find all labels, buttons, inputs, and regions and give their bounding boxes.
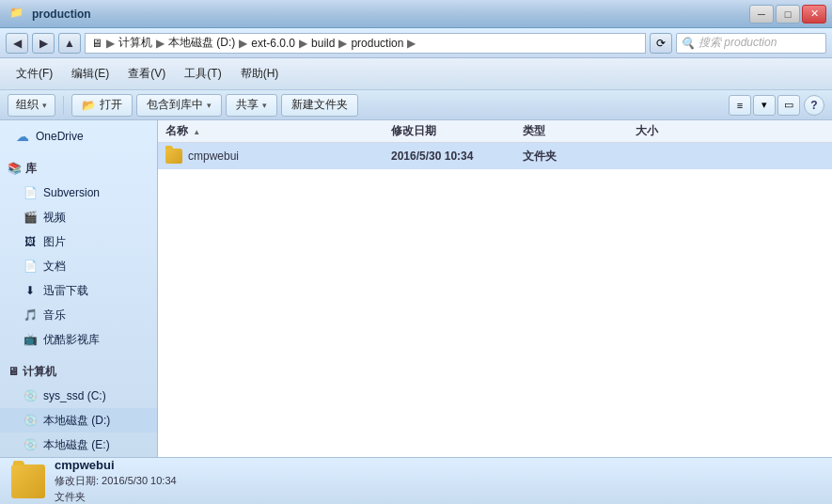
path-part-1[interactable]: 计算机 bbox=[118, 35, 152, 51]
sidebar-item-pictures-label: 图片 bbox=[43, 234, 66, 250]
thunder-icon: ⬇ bbox=[23, 283, 38, 298]
sidebar-item-video[interactable]: 🎬 视频 bbox=[0, 205, 157, 229]
organize-button[interactable]: 组织 ▾ bbox=[8, 94, 55, 117]
open-label: 打开 bbox=[100, 97, 122, 113]
col-header-size[interactable]: 大小 bbox=[636, 123, 711, 139]
video-icon: 🎬 bbox=[23, 210, 38, 225]
menu-bar: 文件(F) 编辑(E) 查看(V) 工具(T) 帮助(H) bbox=[0, 58, 832, 90]
menu-view[interactable]: 查看(V) bbox=[119, 62, 174, 87]
toolbar-separator-1 bbox=[63, 96, 64, 115]
sidebar-item-drive-d[interactable]: 💿 本地磁盘 (D:) bbox=[0, 408, 157, 433]
table-row[interactable]: cmpwebui 2016/5/30 10:34 文件夹 bbox=[158, 143, 832, 169]
file-date: 2016/5/30 10:34 bbox=[391, 150, 473, 163]
sidebar-item-drive-d-label: 本地磁盘 (D:) bbox=[43, 413, 110, 429]
path-part-2[interactable]: 本地磁盘 (D:) bbox=[168, 35, 235, 51]
music-icon: 🎵 bbox=[23, 307, 38, 323]
col-header-name[interactable]: 名称 ▲ bbox=[165, 123, 391, 139]
sidebar-item-onedrive-label: OneDrive bbox=[36, 130, 84, 143]
status-thumbnail bbox=[11, 465, 45, 498]
sidebar-item-youku-label: 优酷影视库 bbox=[43, 332, 100, 348]
view-arrow-icon: ▾ bbox=[761, 99, 767, 111]
status-item-details: 修改日期: 2016/5/30 10:34 bbox=[55, 474, 177, 488]
close-button[interactable]: ✕ bbox=[802, 5, 826, 24]
drive-e-icon: 💿 bbox=[23, 437, 38, 452]
sidebar-item-thunder[interactable]: ⬇ 迅雷下载 bbox=[0, 278, 157, 303]
sidebar-item-music-label: 音乐 bbox=[43, 307, 66, 323]
open-button[interactable]: 📂 打开 bbox=[71, 94, 133, 117]
folder-icon bbox=[165, 149, 182, 164]
preview-pane-button[interactable]: ▭ bbox=[777, 95, 800, 116]
sidebar-item-docs[interactable]: 📄 文档 bbox=[0, 254, 157, 278]
sidebar-item-music[interactable]: 🎵 音乐 bbox=[0, 303, 157, 327]
sidebar-section-library[interactable]: 📚 库 bbox=[0, 156, 157, 181]
maximize-button[interactable]: □ bbox=[776, 5, 800, 24]
cloud-icon: ☁ bbox=[15, 129, 30, 144]
menu-edit[interactable]: 编辑(E) bbox=[63, 62, 118, 87]
view-toggle-button[interactable]: ≡ bbox=[729, 95, 751, 116]
file-list-header: 名称 ▲ 修改日期 类型 大小 bbox=[158, 120, 832, 143]
youku-icon: 📺 bbox=[23, 332, 38, 347]
sidebar-item-drive-c[interactable]: 💿 sys_ssd (C:) bbox=[0, 384, 157, 408]
status-info: cmpwebui 修改日期: 2016/5/30 10:34 文件夹 bbox=[55, 458, 177, 504]
address-bar: ◀ ▶ ▲ 🖥 ▶ 计算机 ▶ 本地磁盘 (D:) ▶ ext-6.0.0 ▶ … bbox=[0, 28, 832, 58]
computer-header-label: 计算机 bbox=[23, 364, 56, 380]
col-name-label: 名称 bbox=[165, 124, 188, 137]
sidebar-item-video-label: 视频 bbox=[43, 210, 66, 226]
sidebar-item-pictures[interactable]: 🖼 图片 bbox=[0, 229, 157, 254]
path-part-3[interactable]: ext-6.0.0 bbox=[251, 37, 295, 50]
forward-button[interactable]: ▶ bbox=[32, 33, 55, 54]
library-icon: 📚 bbox=[8, 162, 22, 175]
up-button[interactable]: ▲ bbox=[58, 33, 81, 54]
sidebar-item-youku[interactable]: 📺 优酷影视库 bbox=[0, 327, 157, 352]
menu-help[interactable]: 帮助(H) bbox=[232, 62, 288, 87]
address-path[interactable]: 🖥 ▶ 计算机 ▶ 本地磁盘 (D:) ▶ ext-6.0.0 ▶ build … bbox=[85, 33, 646, 54]
view-arrow-button[interactable]: ▾ bbox=[753, 95, 776, 116]
titlebar-left: 📁 production bbox=[9, 6, 91, 23]
include-arrow-icon: ▾ bbox=[207, 101, 212, 110]
back-button[interactable]: ◀ bbox=[6, 33, 28, 54]
window-icon: 📁 bbox=[9, 6, 26, 23]
path-part-4[interactable]: build bbox=[311, 37, 335, 50]
col-type-label: 类型 bbox=[523, 124, 545, 137]
subversion-icon: 📄 bbox=[23, 185, 38, 200]
status-item-name: cmpwebui bbox=[55, 458, 177, 472]
file-name: cmpwebui bbox=[188, 150, 239, 163]
library-header-label: 库 bbox=[25, 161, 37, 177]
new-folder-label: 新建文件夹 bbox=[291, 98, 348, 111]
col-date-label: 修改日期 bbox=[391, 124, 436, 137]
help-button[interactable]: ? bbox=[804, 95, 824, 116]
share-button[interactable]: 共享 ▾ bbox=[226, 94, 277, 117]
docs-icon: 📄 bbox=[23, 259, 38, 274]
refresh-button[interactable]: ⟳ bbox=[650, 33, 672, 54]
include-library-button[interactable]: 包含到库中 ▾ bbox=[136, 94, 222, 117]
sidebar-item-drive-e[interactable]: 💿 本地磁盘 (E:) bbox=[0, 433, 157, 457]
search-icon: 🔍 bbox=[681, 37, 695, 50]
sidebar-item-subversion[interactable]: 📄 Subversion bbox=[0, 181, 157, 205]
search-box[interactable]: 🔍 搜索 production bbox=[676, 33, 826, 54]
include-label: 包含到库中 bbox=[147, 97, 203, 113]
file-type: 文件夹 bbox=[523, 150, 557, 163]
sidebar-item-thunder-label: 迅雷下载 bbox=[43, 283, 88, 299]
sidebar-item-onedrive[interactable]: ☁ OneDrive bbox=[0, 124, 157, 149]
view-buttons: ≡ ▾ ▭ bbox=[729, 95, 800, 116]
status-item-type: 文件夹 bbox=[55, 490, 177, 504]
menu-file[interactable]: 文件(F) bbox=[8, 62, 61, 87]
sidebar-item-drive-c-label: sys_ssd (C:) bbox=[43, 389, 106, 402]
new-folder-button[interactable]: 新建文件夹 bbox=[281, 94, 358, 117]
minimize-button[interactable]: ─ bbox=[749, 5, 774, 24]
file-area: 名称 ▲ 修改日期 类型 大小 cmpwebui 2016/5/30 10:34 bbox=[158, 120, 832, 457]
col-header-type[interactable]: 类型 bbox=[523, 123, 636, 139]
share-label: 共享 bbox=[236, 97, 259, 113]
sort-icon: ▲ bbox=[193, 128, 200, 136]
organize-arrow-icon: ▾ bbox=[42, 101, 47, 110]
path-home-icon: 🖥 bbox=[91, 37, 102, 50]
col-header-date[interactable]: 修改日期 bbox=[391, 123, 523, 139]
sidebar-section-computer[interactable]: 🖥 计算机 bbox=[0, 359, 157, 384]
path-part-5[interactable]: production bbox=[351, 37, 403, 50]
sidebar: ☁ OneDrive 📚 库 📄 Subversion 🎬 视频 🖼 图片 📄 … bbox=[0, 120, 158, 457]
search-placeholder: 搜索 production bbox=[699, 35, 777, 51]
menu-tools[interactable]: 工具(T) bbox=[176, 62, 229, 87]
titlebar: 📁 production ─ □ ✕ bbox=[0, 0, 832, 28]
file-date-cell: 2016/5/30 10:34 bbox=[391, 150, 523, 163]
file-type-cell: 文件夹 bbox=[523, 149, 636, 165]
